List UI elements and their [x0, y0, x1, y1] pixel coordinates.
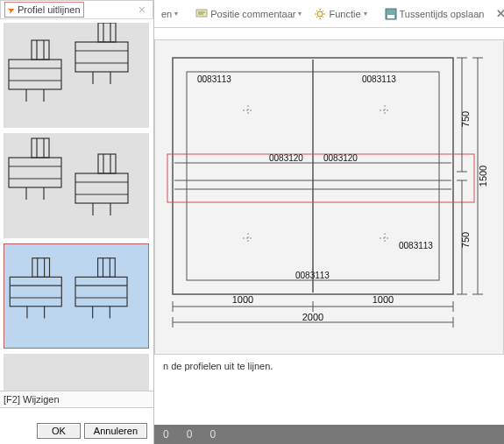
- status-value-b: 0: [187, 428, 193, 440]
- toolbar-item-label: Positie commentaar: [210, 9, 295, 19]
- svg-rect-19: [32, 138, 49, 158]
- f2-hint-bar: [F2] Wijzigen: [0, 391, 153, 408]
- save-icon: [385, 8, 397, 20]
- svg-rect-8: [75, 42, 128, 72]
- dialog-titlebar: ➤ Profiel uitlijnen ×: [0, 0, 153, 19]
- gear-icon: [314, 8, 326, 20]
- title-highlight-box: ➤ Profiel uitlijnen: [4, 2, 84, 18]
- close-icon: ✕: [496, 7, 504, 20]
- svg-rect-40: [75, 277, 127, 306]
- svg-rect-11: [98, 23, 116, 42]
- dialog-title: Profiel uitlijnen: [18, 4, 81, 15]
- dim-right-top: 750: [460, 111, 471, 127]
- svg-rect-35: [32, 258, 50, 278]
- toolbar: en ▾ Positie commentaar ▾ Functie ▾ Tuss…: [154, 0, 504, 28]
- profile-option-1[interactable]: [4, 23, 149, 128]
- label-mid-right: 0083120: [323, 153, 358, 163]
- label-top-right: 0083113: [362, 74, 396, 84]
- toolbar-position-comment[interactable]: Positie commentaar ▾: [192, 8, 305, 20]
- f2-hint-text: [F2] Wijzigen: [4, 394, 60, 405]
- svg-point-51: [317, 11, 323, 17]
- main-area: en ▾ Positie commentaar ▾ Functie ▾ Tuss…: [154, 0, 504, 444]
- arrow-icon: ➤: [6, 4, 16, 15]
- toolbar-item-truncated[interactable]: en ▾: [158, 9, 181, 19]
- comment-icon: [195, 8, 208, 20]
- chevron-down-icon: ▾: [364, 10, 367, 18]
- dim-bot-right: 1000: [373, 294, 394, 305]
- toolbar-function[interactable]: Functie ▾: [310, 8, 370, 20]
- profile-option-4-partial[interactable]: [4, 354, 149, 391]
- status-bar: 0 0 0: [154, 425, 504, 444]
- svg-rect-27: [98, 154, 116, 173]
- profile-option-2[interactable]: [4, 133, 149, 238]
- label-top-left: 0083113: [197, 74, 231, 84]
- svg-line-57: [323, 16, 323, 17]
- align-profiles-panel: ➤ Profiel uitlijnen ×: [0, 0, 154, 444]
- dialog-buttons: OK Annuleren: [0, 423, 154, 439]
- dim-bot-left: 1000: [232, 294, 253, 305]
- svg-rect-24: [75, 173, 128, 203]
- toolbar-item-label: en: [161, 9, 172, 19]
- instruction-text-partial: n de profielen uit te lijnen.: [163, 361, 273, 371]
- dim-right-bot: 750: [460, 232, 471, 248]
- label-bot-center: 0083113: [295, 271, 330, 280]
- chevron-down-icon: ▾: [298, 10, 302, 18]
- svg-rect-68: [167, 154, 474, 202]
- svg-line-59: [316, 16, 317, 17]
- dim-right-total: 1500: [478, 166, 488, 187]
- toolbar-item-label: Functie: [329, 9, 360, 19]
- svg-rect-48: [196, 10, 207, 17]
- svg-rect-32: [10, 277, 61, 306]
- toolbar-save[interactable]: Tussentijds opslaan: [381, 8, 488, 20]
- dim-bot-total: 2000: [302, 312, 323, 322]
- label-mid-left: 0083120: [269, 153, 303, 163]
- cancel-button[interactable]: Annuleren: [84, 423, 147, 439]
- close-icon[interactable]: ×: [135, 3, 149, 17]
- svg-line-58: [323, 11, 323, 11]
- toolbar-item-label: Tussentijds opslaan: [400, 9, 485, 19]
- profile-option-3-selected[interactable]: [4, 243, 149, 349]
- thumbnail-list: [0, 19, 153, 391]
- status-value-c: 0: [209, 428, 216, 440]
- toolbar-element-input[interactable]: ✕ Elementingave: [493, 7, 504, 20]
- svg-rect-61: [387, 15, 394, 18]
- label-bot-right-side: 0083113: [399, 241, 433, 250]
- svg-rect-3: [32, 40, 49, 60]
- drawing-canvas[interactable]: 0083113 0083113 0083120 0083120 0083113 …: [154, 39, 504, 355]
- ok-button[interactable]: OK: [37, 423, 81, 439]
- status-value-a: 0: [163, 428, 169, 440]
- svg-line-56: [316, 11, 317, 11]
- svg-rect-0: [9, 60, 61, 89]
- chevron-down-icon: ▾: [174, 10, 178, 18]
- svg-rect-43: [98, 258, 116, 278]
- svg-rect-16: [9, 158, 61, 187]
